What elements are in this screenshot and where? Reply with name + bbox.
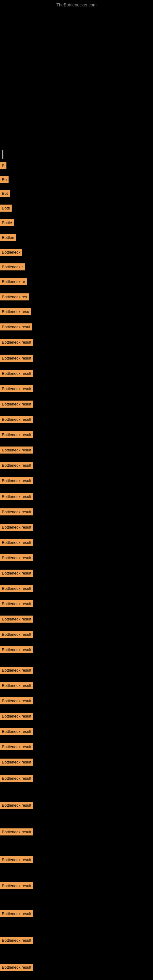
bottleneck-item-n3: Bottleneck result [0, 713, 33, 720]
bottleneck-label-1: B [0, 162, 6, 169]
bottleneck-label-n6: Bottleneck result [0, 759, 33, 766]
bottleneck-item-m18: Bottleneck result [0, 631, 33, 638]
bottleneck-label-m14: Bottleneck result [0, 570, 33, 577]
bottleneck-label-7: Bottleneck [0, 249, 22, 256]
bottleneck-label-n3: Bottleneck result [0, 713, 33, 720]
bottleneck-label-m5: Bottleneck result [0, 431, 33, 438]
bottleneck-item-12: Bottleneck resul [0, 323, 32, 331]
bottleneck-item-r5: Bottleneck result [0, 856, 33, 863]
bottleneck-label-m17: Bottleneck result [0, 616, 33, 623]
bottleneck-label-m7: Bottleneck result [0, 462, 33, 469]
bottleneck-item-m16: Bottleneck result [0, 600, 33, 607]
bottleneck-item-6: Bottlen [0, 234, 16, 241]
bottleneck-item-m15: Bottleneck result [0, 585, 33, 592]
bottleneck-item-m4: Bottleneck result [0, 416, 33, 423]
bottleneck-item-m7: Bottleneck result [0, 462, 33, 469]
bottleneck-label-11: Bottleneck resu [0, 308, 31, 315]
bottleneck-item-9: Bottleneck re [0, 278, 27, 285]
bottleneck-item-m5: Bottleneck result [0, 431, 33, 438]
bottleneck-label-m13: Bottleneck result [0, 554, 33, 562]
bottleneck-item-m19: Bottleneck result [0, 646, 33, 653]
bottleneck-item-r3: Bottleneck result [0, 802, 33, 809]
bottleneck-label-m8: Bottleneck result [0, 477, 33, 484]
bottleneck-item-13: Bottleneck result [0, 339, 33, 346]
bottleneck-label-m10: Bottleneck result [0, 508, 33, 515]
bottleneck-item-r6: Bottleneck result [0, 882, 33, 889]
bottleneck-item-n4: Bottleneck result [0, 728, 33, 735]
bottleneck-label-m6: Bottleneck result [0, 447, 33, 453]
site-title: TheBottlenecker.com [56, 2, 97, 7]
bottleneck-item-2: Bo [0, 176, 9, 183]
bottleneck-label-8: Bottleneck r [0, 263, 25, 270]
bottleneck-item-m10: Bottleneck result [0, 508, 33, 515]
bottleneck-label-r6: Bottleneck result [0, 882, 33, 889]
bottleneck-item-r2: Bottleneck result [0, 775, 33, 782]
bottleneck-label-n4: Bottleneck result [0, 728, 33, 735]
bottleneck-label-m2: Bottleneck result [0, 385, 33, 392]
bottleneck-label-9: Bottleneck re [0, 278, 27, 285]
bottleneck-label-m16: Bottleneck result [0, 600, 33, 607]
bottleneck-item-m14: Bottleneck result [0, 570, 33, 577]
bottleneck-item-m6: Bottleneck result [0, 447, 33, 453]
bottleneck-label-n5: Bottleneck result [0, 743, 33, 750]
bottleneck-label-m18: Bottleneck result [0, 631, 33, 638]
bottleneck-label-5: Bottle [0, 219, 14, 226]
bottleneck-item-m13: Bottleneck result [0, 554, 33, 562]
bottleneck-label-12: Bottleneck resul [0, 323, 32, 331]
bottleneck-label-r7: Bottleneck result [0, 910, 33, 917]
bottleneck-item-m2: Bottleneck result [0, 385, 33, 392]
bottleneck-label-r4: Bottleneck result [0, 829, 33, 835]
bottleneck-label-10: Bottleneck res [0, 293, 29, 301]
bottleneck-label-13: Bottleneck result [0, 339, 33, 346]
bottleneck-label-m4: Bottleneck result [0, 416, 33, 423]
bottleneck-label-r8: Bottleneck result [0, 937, 33, 944]
bottleneck-label-14: Bottleneck result [0, 355, 33, 362]
bottleneck-item-3: Bot [0, 190, 10, 197]
bottleneck-label-r3: Bottleneck result [0, 802, 33, 809]
cursor-indicator [2, 150, 3, 159]
bottleneck-item-5: Bottle [0, 219, 14, 226]
bottleneck-label-3: Bot [0, 190, 10, 197]
bottleneck-item-n1: Bottleneck result [0, 682, 33, 689]
bottleneck-label-n2: Bottleneck result [0, 697, 33, 705]
bottleneck-item-n5: Bottleneck result [0, 743, 33, 750]
bottleneck-item-m9: Bottleneck result [0, 493, 33, 500]
bottleneck-item-m12: Bottleneck result [0, 539, 33, 546]
bottleneck-item-1: B [0, 162, 6, 169]
bottleneck-label-m1: Bottleneck result [0, 370, 33, 377]
bottleneck-label-4: Bottl [0, 205, 12, 212]
bottleneck-item-r9: Bottleneck result [0, 964, 33, 971]
bottleneck-label-r9: Bottleneck result [0, 964, 33, 971]
bottleneck-item-11: Bottleneck resu [0, 308, 31, 315]
bottleneck-label-m19: Bottleneck result [0, 646, 33, 653]
bottleneck-item-m8: Bottleneck result [0, 477, 33, 484]
bottleneck-label-m12: Bottleneck result [0, 539, 33, 546]
bottleneck-label-m9: Bottleneck result [0, 493, 33, 500]
bottleneck-item-r1: Bottleneck result [0, 667, 33, 674]
bottleneck-label-r1: Bottleneck result [0, 667, 33, 674]
bottleneck-label-m3: Bottleneck result [0, 401, 33, 407]
bottleneck-label-m15: Bottleneck result [0, 585, 33, 592]
bottleneck-item-10: Bottleneck res [0, 293, 29, 301]
bottleneck-label-6: Bottlen [0, 234, 16, 241]
bottleneck-item-m1: Bottleneck result [0, 370, 33, 377]
bottleneck-item-7: Bottleneck [0, 249, 22, 256]
bottleneck-item-r7: Bottleneck result [0, 910, 33, 917]
bottleneck-label-r5: Bottleneck result [0, 856, 33, 863]
bottleneck-item-m17: Bottleneck result [0, 616, 33, 623]
bottleneck-item-8: Bottleneck r [0, 263, 25, 270]
bottleneck-label-2: Bo [0, 176, 9, 183]
bottleneck-item-14: Bottleneck result [0, 355, 33, 362]
bottleneck-item-4: Bottl [0, 205, 12, 212]
bottleneck-item-n6: Bottleneck result [0, 759, 33, 766]
bottleneck-item-m3: Bottleneck result [0, 401, 33, 407]
bottleneck-label-m11: Bottleneck result [0, 524, 33, 531]
bottleneck-label-n1: Bottleneck result [0, 682, 33, 689]
bottleneck-item-n2: Bottleneck result [0, 697, 33, 705]
bottleneck-item-m11: Bottleneck result [0, 524, 33, 531]
bottleneck-item-r4: Bottleneck result [0, 829, 33, 835]
bottleneck-item-r8: Bottleneck result [0, 937, 33, 944]
bottleneck-label-r2: Bottleneck result [0, 775, 33, 782]
